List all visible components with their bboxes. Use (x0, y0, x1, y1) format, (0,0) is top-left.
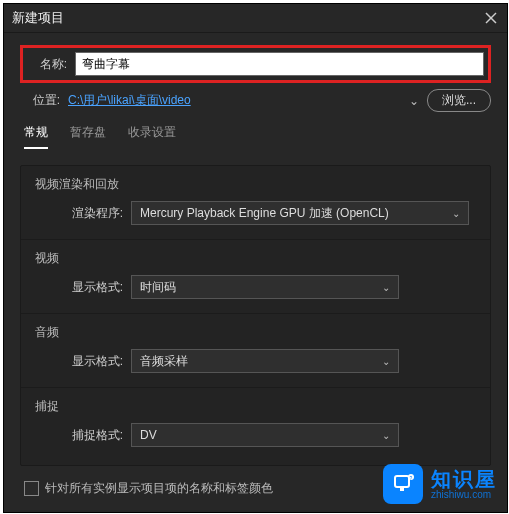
location-dropdown-icon[interactable]: ⌄ (409, 94, 419, 108)
section-audio-title: 音频 (35, 324, 476, 341)
location-label: 位置: (20, 92, 60, 109)
chevron-down-icon: ⌄ (382, 282, 390, 293)
svg-rect-2 (395, 476, 409, 487)
section-audio: 音频 显示格式: 音频采样 ⌄ (35, 324, 476, 373)
chevron-down-icon: ⌄ (452, 208, 460, 219)
close-button[interactable] (483, 10, 499, 26)
capture-format-select[interactable]: DV ⌄ (131, 423, 399, 447)
render-engine-select[interactable]: Mercury Playback Engine GPU 加速 (OpenCL) … (131, 201, 469, 225)
render-label: 渲染程序: (55, 205, 123, 222)
divider (21, 239, 490, 240)
new-project-dialog: 新建项目 名称: 位置: C:\用户\likai\桌面\video ⌄ 浏览..… (3, 3, 508, 513)
watermark-text: 知识屋 zhishiwu.com (431, 469, 497, 500)
chevron-down-icon: ⌄ (382, 430, 390, 441)
divider (21, 387, 490, 388)
capture-format-label: 捕捉格式: (55, 427, 123, 444)
audio-format-value: 音频采样 (140, 353, 188, 370)
svg-rect-3 (400, 487, 404, 491)
watermark: ? 知识屋 zhishiwu.com (383, 464, 497, 504)
divider (21, 313, 490, 314)
section-render-title: 视频渲染和回放 (35, 176, 476, 193)
close-icon (485, 12, 497, 24)
video-format-select[interactable]: 时间码 ⌄ (131, 275, 399, 299)
section-capture: 捕捉 捕捉格式: DV ⌄ (35, 398, 476, 447)
render-engine-value: Mercury Playback Engine GPU 加速 (OpenCL) (140, 205, 389, 222)
video-format-label: 显示格式: (55, 279, 123, 296)
name-row-highlight: 名称: (20, 45, 491, 83)
titlebar: 新建项目 (4, 4, 507, 33)
tab-scratch-disks[interactable]: 暂存盘 (70, 124, 106, 149)
section-capture-title: 捕捉 (35, 398, 476, 415)
chevron-down-icon: ⌄ (382, 356, 390, 367)
watermark-icon: ? (383, 464, 423, 504)
watermark-brand: 知识屋 (431, 469, 497, 489)
dialog-body: 名称: 位置: C:\用户\likai\桌面\video ⌄ 浏览... 常规 … (4, 33, 507, 505)
show-names-checkbox[interactable] (24, 481, 39, 496)
name-label: 名称: (27, 56, 67, 73)
tabs: 常规 暂存盘 收录设置 (24, 124, 491, 149)
section-video-title: 视频 (35, 250, 476, 267)
tab-general[interactable]: 常规 (24, 124, 48, 149)
dialog-title: 新建项目 (12, 9, 64, 27)
watermark-url: zhishiwu.com (431, 489, 497, 500)
settings-panel: 视频渲染和回放 渲染程序: Mercury Playback Engine GP… (20, 165, 491, 466)
capture-format-value: DV (140, 428, 157, 442)
tab-ingest[interactable]: 收录设置 (128, 124, 176, 149)
browse-button[interactable]: 浏览... (427, 89, 491, 112)
show-names-label: 针对所有实例显示项目项的名称和标签颜色 (45, 480, 273, 497)
project-name-input[interactable] (75, 52, 484, 76)
audio-format-label: 显示格式: (55, 353, 123, 370)
section-render: 视频渲染和回放 渲染程序: Mercury Playback Engine GP… (35, 176, 476, 225)
svg-text:?: ? (410, 475, 413, 481)
section-video: 视频 显示格式: 时间码 ⌄ (35, 250, 476, 299)
location-row: 位置: C:\用户\likai\桌面\video ⌄ 浏览... (20, 89, 491, 112)
audio-format-select[interactable]: 音频采样 ⌄ (131, 349, 399, 373)
video-format-value: 时间码 (140, 279, 176, 296)
location-path[interactable]: C:\用户\likai\桌面\video (68, 92, 401, 109)
